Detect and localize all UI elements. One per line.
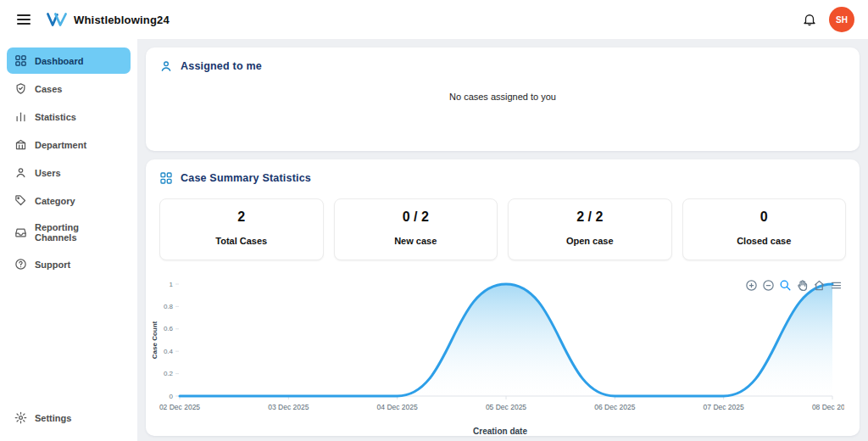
hamburger-icon: [17, 14, 31, 25]
home-icon[interactable]: [813, 279, 826, 292]
sidebar-item-support[interactable]: Support: [7, 251, 131, 277]
zoom-out-icon[interactable]: [762, 279, 775, 292]
stat-label: Total Cases: [215, 236, 267, 246]
x-tick-label: 06 Dec 2025: [594, 403, 635, 411]
chart-x-axis-title: Creation date: [149, 427, 851, 436]
layout: DashboardCasesStatisticsDepartmentUsersC…: [0, 39, 868, 441]
stat-label: Open case: [566, 236, 614, 246]
y-tick-label: 0.4: [164, 348, 174, 355]
topbar-actions: SH: [802, 7, 854, 32]
stat-card: 0 / 2New case: [334, 198, 498, 260]
assigned-card: Assigned to me No cases assigned to you: [146, 47, 860, 151]
summary-card-title: Case Summary Statistics: [181, 172, 311, 184]
sidebar-item-department[interactable]: Department: [7, 131, 131, 158]
y-axis-title: Case Count: [151, 321, 159, 359]
brand-logo-icon: [46, 11, 68, 28]
brand-name: Whistleblowing24: [74, 14, 170, 26]
bell-icon: [802, 12, 817, 27]
person-icon: [159, 59, 173, 73]
sidebar-item-label: Department: [35, 140, 86, 150]
stat-value: 2: [160, 209, 323, 225]
sidebar-item-label: Support: [35, 260, 70, 270]
y-tick-label: 0.2: [164, 370, 174, 377]
support-icon: [14, 258, 27, 271]
y-tick-label: 0: [170, 393, 174, 400]
sidebar-item-category[interactable]: Category: [7, 187, 131, 214]
sidebar-item-label: Reporting Channels: [35, 222, 123, 243]
category-icon: [14, 194, 27, 207]
assigned-card-header: Assigned to me: [146, 47, 860, 80]
sidebar-item-dashboard[interactable]: Dashboard: [7, 47, 131, 74]
assigned-card-title: Assigned to me: [181, 60, 262, 72]
x-tick-label: 04 Dec 2025: [377, 403, 418, 411]
sidebar-item-label: Statistics: [35, 112, 76, 122]
notifications-button[interactable]: [802, 12, 817, 27]
cases-icon: [14, 82, 27, 95]
x-tick-label: 08 Dec 2025: [812, 403, 844, 411]
topbar: Whistleblowing24 SH: [0, 0, 868, 39]
dashboard-icon: [14, 54, 27, 67]
y-tick-label: 0.6: [164, 325, 174, 332]
stats-row: 2Total Cases0 / 2New case2 / 2Open case0…: [146, 192, 860, 260]
summary-card: Case Summary Statistics 2Total Cases0 / …: [146, 159, 860, 436]
stat-value: 0 / 2: [335, 209, 498, 225]
sidebar-item-label: Category: [35, 196, 75, 206]
x-tick-label: 02 Dec 2025: [159, 403, 200, 411]
sidebar-item-settings[interactable]: Settings: [7, 405, 131, 431]
menu-toggle-button[interactable]: [14, 8, 34, 31]
stat-label: Closed case: [737, 236, 791, 246]
reporting-channels-icon: [14, 226, 27, 239]
sidebar-item-label: Dashboard: [35, 56, 83, 66]
grid-icon: [159, 171, 173, 185]
x-tick-label: 05 Dec 2025: [486, 403, 526, 411]
settings-icon: [14, 411, 27, 424]
empty-state-message: No cases assigned to you: [146, 92, 860, 102]
sidebar-item-label: Users: [35, 168, 61, 178]
x-tick-label: 03 Dec 2025: [268, 403, 309, 411]
sidebar-item-cases[interactable]: Cases: [7, 75, 131, 102]
avatar[interactable]: SH: [829, 7, 854, 32]
area-fill: [180, 284, 832, 396]
sidebar-item-statistics[interactable]: Statistics: [7, 103, 131, 130]
sidebar-item-label: Cases: [35, 84, 62, 94]
zoom-in-icon[interactable]: [745, 279, 758, 292]
y-tick-label: 0.8: [164, 303, 174, 310]
main-content: Assigned to me No cases assigned to you …: [137, 39, 868, 441]
selection-zoom-icon[interactable]: [779, 279, 792, 292]
statistics-icon: [14, 110, 27, 123]
pan-icon[interactable]: [796, 279, 809, 292]
summary-card-header: Case Summary Statistics: [146, 159, 860, 192]
brand: Whistleblowing24: [46, 11, 170, 28]
menu-icon[interactable]: [830, 279, 843, 292]
users-icon: [14, 166, 27, 179]
stat-value: 0: [683, 209, 846, 225]
sidebar-item-users[interactable]: Users: [7, 159, 131, 186]
stat-card: 2 / 2Open case: [508, 198, 672, 260]
stat-value: 2 / 2: [509, 209, 671, 225]
stat-card: 0Closed case: [682, 198, 847, 260]
stat-card: 2Total Cases: [159, 198, 324, 260]
sidebar-items: DashboardCasesStatisticsDepartmentUsersC…: [7, 47, 131, 405]
sidebar: DashboardCasesStatisticsDepartmentUsersC…: [0, 39, 137, 441]
department-icon: [14, 138, 27, 151]
case-count-chart[interactable]: 00.20.40.60.8102 Dec 202503 Dec 202504 D…: [149, 276, 844, 427]
stat-label: New case: [394, 236, 437, 246]
y-tick-label: 1: [170, 281, 174, 288]
app-root: Whistleblowing24 SH DashboardCasesStatis…: [0, 0, 868, 441]
sidebar-item-reporting-channels[interactable]: Reporting Channels: [7, 215, 131, 249]
case-chart-area: 00.20.40.60.8102 Dec 202503 Dec 202504 D…: [146, 276, 860, 436]
x-tick-label: 07 Dec 2025: [704, 403, 744, 411]
sidebar-item-label: Settings: [35, 413, 71, 423]
sidebar-footer: Settings: [7, 405, 131, 433]
chart-toolbar: [745, 279, 843, 292]
